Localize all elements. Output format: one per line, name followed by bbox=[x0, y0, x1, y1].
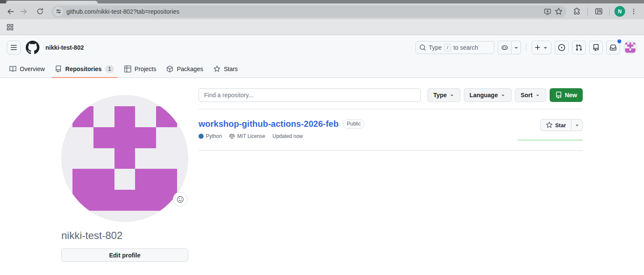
star-button-group: Star bbox=[540, 119, 583, 131]
url-text[interactable]: github.com/nikki-test-802?tab=repositori… bbox=[66, 8, 179, 15]
tab-overview[interactable]: Overview bbox=[6, 60, 48, 78]
browser-toolbar: github.com/nikki-test-802?tab=repositori… bbox=[0, 3, 644, 19]
activity-sparkline bbox=[518, 140, 583, 140]
divider bbox=[587, 7, 588, 16]
chevron-down-icon bbox=[535, 92, 541, 98]
profile-nav: Overview Repositories 1 Projects Package… bbox=[0, 60, 644, 78]
copilot-button bbox=[498, 41, 521, 54]
profile-avatar-image[interactable] bbox=[61, 95, 188, 222]
tab-projects[interactable]: Projects bbox=[121, 60, 160, 78]
edit-profile-button[interactable]: Edit profile bbox=[61, 248, 188, 262]
repo-count-badge: 1 bbox=[105, 65, 114, 73]
smiley-icon bbox=[177, 196, 184, 203]
profile-avatar bbox=[61, 95, 188, 222]
search-input[interactable]: Type / to search bbox=[415, 41, 494, 54]
repo-meta: Python MIT License Updated now bbox=[199, 133, 364, 139]
bookmarks-bar bbox=[0, 19, 644, 35]
type-filter-button[interactable]: Type bbox=[427, 88, 460, 102]
language-filter-button[interactable]: Language bbox=[464, 88, 512, 102]
new-repository-button[interactable]: New bbox=[550, 88, 583, 102]
profile-sidebar: nikki-test-802 Edit profile bbox=[61, 88, 188, 262]
inbox-icon bbox=[610, 44, 617, 51]
repo-filter-bar: Type Language Sort New bbox=[199, 88, 583, 102]
repo-name-link[interactable]: workshop-github-actions-2026-feb bbox=[199, 119, 339, 129]
chevron-down-icon bbox=[574, 122, 580, 128]
chevron-down-icon bbox=[500, 92, 506, 98]
avatar-identicon bbox=[62, 96, 188, 221]
inbox-button[interactable] bbox=[606, 41, 620, 54]
screen: github.com/nikki-test-802?tab=repositori… bbox=[0, 0, 644, 275]
divider bbox=[526, 43, 527, 52]
browser-tab-strip bbox=[0, 0, 644, 3]
tab-strip-corner bbox=[0, 0, 6, 3]
tab-stars[interactable]: Stars bbox=[210, 60, 241, 78]
plus-icon bbox=[534, 44, 541, 51]
notification-dot bbox=[617, 39, 621, 43]
github-header: nikki-test-802 Type / to search bbox=[0, 35, 644, 60]
site-settings-icon[interactable] bbox=[54, 7, 63, 16]
browser-menu-icon[interactable] bbox=[628, 6, 640, 18]
forward-icon[interactable] bbox=[17, 5, 30, 18]
issue-opened-icon bbox=[558, 44, 565, 51]
create-new-button[interactable] bbox=[532, 41, 551, 54]
toolbar-right: N bbox=[571, 6, 640, 18]
tab-packages[interactable]: Packages bbox=[163, 60, 206, 78]
install-app-icon[interactable] bbox=[542, 6, 553, 17]
github-logo-icon[interactable] bbox=[26, 41, 39, 54]
hamburger-menu-button[interactable] bbox=[7, 41, 21, 54]
profile-username: nikki-test-802 bbox=[61, 230, 188, 242]
set-status-button[interactable] bbox=[173, 192, 187, 206]
star-button[interactable]: Star bbox=[540, 119, 572, 131]
apps-grid-icon[interactable] bbox=[4, 21, 16, 33]
slash-key-hint: / bbox=[444, 44, 451, 51]
active-browser-tab[interactable] bbox=[6, 1, 98, 3]
page-title-username: nikki-test-802 bbox=[45, 44, 84, 51]
copilot-icon[interactable] bbox=[498, 41, 512, 54]
book-icon bbox=[9, 66, 16, 72]
star-dropdown-caret[interactable] bbox=[571, 119, 583, 131]
repo-list-item: workshop-github-actions-2026-feb Public … bbox=[199, 109, 583, 151]
repo-language: Python bbox=[199, 133, 222, 139]
tab-repositories[interactable]: Repositories 1 bbox=[51, 60, 117, 78]
repo-license: MIT License bbox=[229, 133, 265, 139]
header-actions: Type / to search bbox=[415, 41, 637, 54]
copilot-dropdown-caret[interactable] bbox=[512, 41, 521, 54]
avatar-identicon bbox=[624, 41, 637, 54]
back-icon[interactable] bbox=[4, 5, 17, 18]
repo-title-row: workshop-github-actions-2026-feb Public bbox=[199, 119, 364, 129]
user-avatar[interactable] bbox=[623, 41, 637, 54]
repo-icon bbox=[555, 92, 562, 99]
repo-icon bbox=[593, 44, 599, 51]
repositories-panel: Type Language Sort New bbox=[199, 88, 583, 262]
search-icon bbox=[419, 44, 426, 51]
table-icon bbox=[124, 66, 131, 72]
side-panel-search-icon[interactable] bbox=[593, 6, 605, 18]
chevron-down-icon bbox=[542, 44, 549, 51]
language-dot bbox=[199, 134, 204, 139]
content-container: nikki-test-802 Edit profile Type Languag… bbox=[61, 78, 583, 262]
repo-info: workshop-github-actions-2026-feb Public … bbox=[199, 119, 364, 140]
sort-filter-button[interactable]: Sort bbox=[515, 88, 546, 102]
pull-requests-button[interactable] bbox=[572, 41, 586, 54]
star-icon bbox=[546, 122, 553, 129]
bookmark-star-icon[interactable] bbox=[553, 6, 564, 17]
chevron-down-icon bbox=[449, 92, 455, 98]
repo-actions: Star bbox=[516, 119, 583, 140]
extensions-icon[interactable] bbox=[571, 6, 583, 18]
git-pull-request-icon bbox=[575, 44, 582, 51]
law-icon bbox=[229, 133, 235, 139]
browser-profile-avatar[interactable]: N bbox=[614, 6, 625, 17]
package-icon bbox=[166, 66, 173, 72]
find-repository-input[interactable] bbox=[199, 88, 421, 102]
reload-icon[interactable] bbox=[33, 5, 46, 18]
repositories-button[interactable] bbox=[589, 41, 603, 54]
repo-icon bbox=[55, 66, 62, 72]
issues-button[interactable] bbox=[555, 41, 569, 54]
repo-updated: Updated now bbox=[273, 133, 303, 139]
star-icon bbox=[214, 66, 220, 72]
divider bbox=[609, 7, 610, 16]
visibility-badge: Public bbox=[343, 120, 365, 129]
url-bar[interactable]: github.com/nikki-test-802?tab=repositori… bbox=[51, 6, 566, 18]
